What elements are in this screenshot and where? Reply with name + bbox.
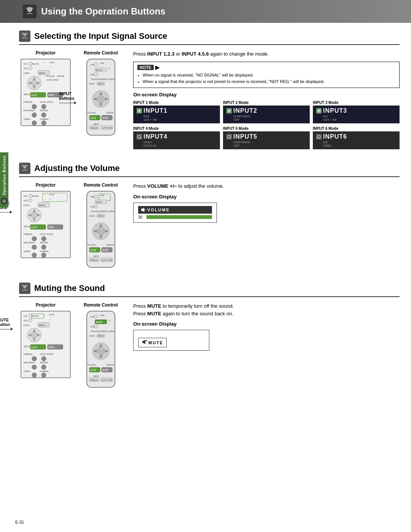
svg-text:ON: ON <box>91 316 94 318</box>
svg-rect-77 <box>139 110 140 112</box>
svg-text:ENLARGE: ENLARGE <box>24 109 35 112</box>
svg-text:BLACK: BLACK <box>91 78 98 80</box>
svg-text:AUTO SYNC: AUTO SYNC <box>40 101 54 103</box>
mode6-label: INPUT 6 Mode <box>313 126 400 131</box>
input2-sub: COMPONENT720P <box>233 115 306 121</box>
header-icon <box>23 5 37 18</box>
svg-text:RESIZE: RESIZE <box>40 361 48 364</box>
svg-text:4.5.6: 4.5.6 <box>48 346 54 348</box>
mode3-label: INPUT 3 Mode <box>313 101 400 105</box>
svg-text:LENS: LENS <box>24 324 30 326</box>
onscreen-title-3: On-screen Display <box>133 321 400 327</box>
svg-text:LENS: LENS <box>24 204 30 206</box>
remote-diagram-1: ON +VOL - MUTE + - OFF <box>84 57 118 137</box>
svg-text:+VOL: +VOL <box>49 313 55 316</box>
svg-point-42 <box>41 121 46 125</box>
svg-point-173 <box>29 319 32 322</box>
svg-text:ENTER: ENTER <box>107 112 114 114</box>
input1-name: INPUT1 <box>143 107 167 114</box>
section1-header: Selecting the Input Signal Source <box>19 27 400 45</box>
svg-text:INPUT: INPUT <box>94 255 99 257</box>
svg-text:+VOL: +VOL <box>49 193 55 196</box>
input-mode-4: INPUT 4 Mode INPUT4 VIDEONTSC3.58 <box>133 126 220 149</box>
svg-text:RESIZE: RESIZE <box>40 109 48 112</box>
svg-text:ENTER: ENTER <box>57 75 64 77</box>
svg-point-119 <box>32 236 37 241</box>
note-item-1: When no signal is received, "NO SIGNAL" … <box>143 72 395 79</box>
svg-point-1 <box>3 200 5 202</box>
svg-text:MENU: MENU <box>39 324 46 326</box>
section3-content: Projector MUTE button <box>19 302 400 389</box>
svg-text:FREEZE: FREEZE <box>90 379 98 381</box>
svg-point-33 <box>32 104 37 109</box>
svg-text:INPUT: INPUT <box>94 123 99 125</box>
svg-text:1.2.3: 1.2.3 <box>31 94 37 96</box>
section3-header: Muting the Sound <box>19 279 400 297</box>
svg-text:FREEZE: FREEZE <box>90 127 98 129</box>
section1-right: Press INPUT 1.2.3 or INPUT 4.5.6 again t… <box>129 50 400 149</box>
svg-point-6 <box>29 62 32 65</box>
svg-text:MUTE: MUTE <box>32 63 39 65</box>
svg-text:AUTO SYNC: AUTO SYNC <box>40 353 54 355</box>
svg-text:4.5.6: 4.5.6 <box>102 117 108 119</box>
mode2-label: INPUT 2 Mode <box>223 101 310 105</box>
section1-content: Projector ON MUTE + +VOL OFF - <box>19 50 400 149</box>
svg-text:UNDO: UNDO <box>24 250 30 252</box>
section2-icon <box>19 163 30 174</box>
input-mode-1: INPUT 1 Mode INPUT1 RGB1024 × 768 <box>133 101 220 123</box>
svg-point-111 <box>32 212 37 218</box>
note-list: When no signal is received, "NO SIGNAL" … <box>137 72 395 85</box>
svg-text:INPUT: INPUT <box>24 345 30 348</box>
input2-name: INPUT2 <box>233 107 257 114</box>
svg-text:UNDO: UNDO <box>24 118 30 120</box>
input5-sub: COMPONENT720P <box>233 141 306 147</box>
svg-text:MENU: MENU <box>39 72 46 74</box>
side-tab-icon <box>1 198 8 204</box>
svg-text:4.5.6: 4.5.6 <box>48 94 54 96</box>
input-mode-3: INPUT 3 Mode INPUT3 DVI1024 × 768 <box>313 101 400 123</box>
input4-display: INPUT4 VIDEONTSC3.58 <box>133 131 220 149</box>
volume-section: Adjusting the Volume Projector VOLUME bu… <box>19 155 400 275</box>
svg-point-223 <box>97 348 104 355</box>
note-arrow-icon: ▶ <box>155 64 159 70</box>
remote2-label: Remote Control <box>84 182 118 188</box>
section3-title: Muting the Sound <box>34 283 105 293</box>
mode5-label: INPUT 5 Mode <box>223 126 310 131</box>
input1-sub: RGB1024 × 768 <box>143 115 217 121</box>
svg-point-64 <box>97 96 104 102</box>
input4-name: INPUT4 <box>143 133 167 140</box>
onscreen-title-1: On-screen Display <box>133 92 400 97</box>
svg-text:OFF: OFF <box>24 67 28 70</box>
svg-text:+VOL: +VOL <box>49 61 55 64</box>
volume-press-text: Press VOLUME +/− to adjust the volume. <box>133 182 400 190</box>
svg-point-196 <box>32 365 37 369</box>
svg-point-184 <box>32 332 37 338</box>
remote3-label: Remote Control <box>84 302 118 308</box>
svg-text:1.2.3: 1.2.3 <box>31 346 37 348</box>
svg-text:+: + <box>108 319 110 322</box>
svg-point-99 <box>29 199 32 202</box>
mute-sub-label: button <box>0 322 10 327</box>
input2-display: INPUT2 COMPONENT720P <box>223 105 310 123</box>
input-mode-6: INPUT 6 Mode INPUT6 SDIVIDEO <box>313 126 400 149</box>
remote-diagram-2: ON +VOL - MUTE + - OFF BLAC <box>84 189 118 269</box>
svg-text:ON: ON <box>91 64 94 66</box>
svg-text:MENU: MENU <box>39 204 46 206</box>
svg-text:LENS: LENS <box>89 335 95 337</box>
input3-display: INPUT3 DVI1024 × 768 <box>313 105 400 123</box>
input6-name: INPUT6 <box>323 133 347 140</box>
section1-icon <box>19 30 30 42</box>
svg-point-94 <box>29 194 32 197</box>
svg-text:+: + <box>49 318 51 320</box>
svg-text:+: + <box>108 199 110 202</box>
section1-title: Selecting the Input Signal Source <box>34 31 167 41</box>
svg-text:-: - <box>108 70 110 74</box>
svg-text:-: - <box>45 198 46 200</box>
svg-rect-82 <box>138 136 141 138</box>
svg-text:+: + <box>49 198 51 200</box>
svg-text:+: + <box>49 66 51 68</box>
remote-diagram-3: ON +VOL - MUTE + - OFF BLACK SCREEN LASE… <box>84 309 118 389</box>
svg-text:GAMMA: GAMMA <box>40 118 49 120</box>
svg-point-201 <box>41 373 46 377</box>
input5-display: INPUT5 COMPONENT720P <box>223 131 310 149</box>
